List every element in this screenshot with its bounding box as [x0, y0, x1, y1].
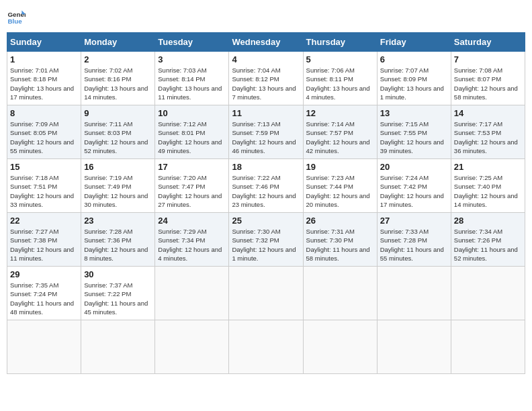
day-number: 12: [306, 108, 374, 118]
calendar-cell: [81, 320, 155, 374]
day-info: Sunrise: 7:20 AMSunset: 7:47 PMDaylight:…: [158, 173, 226, 209]
col-friday: Friday: [377, 33, 451, 52]
calendar-cell: 1Sunrise: 7:01 AMSunset: 8:18 PMDaylight…: [7, 52, 81, 105]
day-info: Sunrise: 7:22 AMSunset: 7:46 PMDaylight:…: [232, 173, 300, 209]
col-monday: Monday: [81, 33, 155, 52]
calendar-cell: [303, 320, 377, 374]
calendar-header: Sunday Monday Tuesday Wednesday Thursday…: [7, 33, 525, 52]
calendar-cell: 19Sunrise: 7:23 AMSunset: 7:44 PMDayligh…: [303, 159, 377, 213]
day-info: Sunrise: 7:30 AMSunset: 7:32 PMDaylight:…: [232, 227, 300, 263]
calendar-cell: [451, 320, 525, 374]
logo-icon: General Blue: [7, 7, 26, 26]
header-row: Sunday Monday Tuesday Wednesday Thursday…: [7, 33, 525, 52]
calendar-cell: [229, 320, 303, 374]
day-number: 17: [158, 162, 226, 172]
calendar-cell: 12Sunrise: 7:14 AMSunset: 7:57 PMDayligh…: [303, 105, 377, 159]
day-info: Sunrise: 7:02 AMSunset: 8:16 PMDaylight:…: [84, 66, 152, 101]
col-thursday: Thursday: [303, 33, 377, 52]
day-number: 8: [10, 108, 78, 118]
calendar-cell: 23Sunrise: 7:28 AMSunset: 7:36 PMDayligh…: [81, 213, 155, 267]
day-number: 19: [306, 162, 374, 172]
day-info: Sunrise: 7:19 AMSunset: 7:49 PMDaylight:…: [84, 173, 152, 209]
day-info: Sunrise: 7:04 AMSunset: 8:12 PMDaylight:…: [232, 66, 300, 101]
day-info: Sunrise: 7:37 AMSunset: 7:22 PMDaylight:…: [84, 281, 152, 316]
day-number: 18: [232, 162, 300, 172]
day-number: 21: [454, 162, 522, 172]
header-area: General Blue: [7, 7, 525, 26]
day-info: Sunrise: 7:34 AMSunset: 7:26 PMDaylight:…: [454, 227, 522, 263]
col-wednesday: Wednesday: [229, 33, 303, 52]
calendar-cell: 3Sunrise: 7:03 AMSunset: 8:14 PMDaylight…: [155, 52, 229, 105]
day-number: 22: [10, 216, 78, 226]
calendar-row: 22Sunrise: 7:27 AMSunset: 7:38 PMDayligh…: [7, 213, 525, 267]
day-info: Sunrise: 7:17 AMSunset: 7:53 PMDaylight:…: [454, 120, 522, 155]
calendar-cell: 29Sunrise: 7:35 AMSunset: 7:24 PMDayligh…: [7, 267, 81, 320]
calendar-cell: [377, 320, 451, 374]
day-info: Sunrise: 7:01 AMSunset: 8:18 PMDaylight:…: [10, 66, 78, 101]
calendar-cell: 10Sunrise: 7:12 AMSunset: 8:01 PMDayligh…: [155, 105, 229, 159]
day-info: Sunrise: 7:09 AMSunset: 8:05 PMDaylight:…: [10, 120, 78, 155]
calendar-table: Sunday Monday Tuesday Wednesday Thursday…: [7, 32, 525, 374]
day-number: 11: [232, 108, 300, 118]
calendar-row: 29Sunrise: 7:35 AMSunset: 7:24 PMDayligh…: [7, 267, 525, 320]
calendar-cell: 22Sunrise: 7:27 AMSunset: 7:38 PMDayligh…: [7, 213, 81, 267]
day-number: 6: [380, 54, 448, 64]
calendar-cell: 17Sunrise: 7:20 AMSunset: 7:47 PMDayligh…: [155, 159, 229, 213]
day-info: Sunrise: 7:27 AMSunset: 7:38 PMDaylight:…: [10, 227, 78, 263]
day-number: 2: [84, 54, 152, 64]
calendar-cell: 5Sunrise: 7:06 AMSunset: 8:11 PMDaylight…: [303, 52, 377, 105]
day-number: 5: [306, 54, 374, 64]
calendar-cell: 15Sunrise: 7:18 AMSunset: 7:51 PMDayligh…: [7, 159, 81, 213]
calendar-cell: 21Sunrise: 7:25 AMSunset: 7:40 PMDayligh…: [451, 159, 525, 213]
day-info: Sunrise: 7:29 AMSunset: 7:34 PMDaylight:…: [158, 227, 226, 263]
day-number: 9: [84, 108, 152, 118]
day-info: Sunrise: 7:07 AMSunset: 8:09 PMDaylight:…: [380, 66, 448, 101]
calendar-cell: 20Sunrise: 7:24 AMSunset: 7:42 PMDayligh…: [377, 159, 451, 213]
calendar-cell: 13Sunrise: 7:15 AMSunset: 7:55 PMDayligh…: [377, 105, 451, 159]
calendar-cell: 24Sunrise: 7:29 AMSunset: 7:34 PMDayligh…: [155, 213, 229, 267]
day-info: Sunrise: 7:31 AMSunset: 7:30 PMDaylight:…: [306, 227, 374, 263]
calendar-cell: 25Sunrise: 7:30 AMSunset: 7:32 PMDayligh…: [229, 213, 303, 267]
day-number: 10: [158, 108, 226, 118]
day-info: Sunrise: 7:18 AMSunset: 7:51 PMDaylight:…: [10, 173, 78, 209]
svg-text:Blue: Blue: [7, 17, 22, 25]
calendar-cell: 14Sunrise: 7:17 AMSunset: 7:53 PMDayligh…: [451, 105, 525, 159]
calendar-cell: 16Sunrise: 7:19 AMSunset: 7:49 PMDayligh…: [81, 159, 155, 213]
calendar-cell: [155, 267, 229, 320]
calendar-cell: 4Sunrise: 7:04 AMSunset: 8:12 PMDaylight…: [229, 52, 303, 105]
day-number: 4: [232, 54, 300, 64]
day-info: Sunrise: 7:14 AMSunset: 7:57 PMDaylight:…: [306, 120, 374, 155]
calendar-cell: [451, 267, 525, 320]
calendar-cell: 30Sunrise: 7:37 AMSunset: 7:22 PMDayligh…: [81, 267, 155, 320]
day-number: 26: [306, 216, 374, 226]
calendar-row: 8Sunrise: 7:09 AMSunset: 8:05 PMDaylight…: [7, 105, 525, 159]
calendar-cell: 6Sunrise: 7:07 AMSunset: 8:09 PMDaylight…: [377, 52, 451, 105]
day-info: Sunrise: 7:33 AMSunset: 7:28 PMDaylight:…: [380, 227, 448, 263]
calendar-cell: 7Sunrise: 7:08 AMSunset: 8:07 PMDaylight…: [451, 52, 525, 105]
day-number: 23: [84, 216, 152, 226]
calendar-cell: 11Sunrise: 7:13 AMSunset: 7:59 PMDayligh…: [229, 105, 303, 159]
day-number: 16: [84, 162, 152, 172]
col-saturday: Saturday: [451, 33, 525, 52]
calendar-row: 15Sunrise: 7:18 AMSunset: 7:51 PMDayligh…: [7, 159, 525, 213]
day-info: Sunrise: 7:03 AMSunset: 8:14 PMDaylight:…: [158, 66, 226, 101]
calendar-cell: 28Sunrise: 7:34 AMSunset: 7:26 PMDayligh…: [451, 213, 525, 267]
day-info: Sunrise: 7:15 AMSunset: 7:55 PMDaylight:…: [380, 120, 448, 155]
day-number: 27: [380, 216, 448, 226]
col-sunday: Sunday: [7, 33, 81, 52]
calendar-cell: 9Sunrise: 7:11 AMSunset: 8:03 PMDaylight…: [81, 105, 155, 159]
day-info: Sunrise: 7:11 AMSunset: 8:03 PMDaylight:…: [84, 120, 152, 155]
day-number: 20: [380, 162, 448, 172]
day-number: 25: [232, 216, 300, 226]
calendar-cell: [303, 267, 377, 320]
calendar-body: 1Sunrise: 7:01 AMSunset: 8:18 PMDaylight…: [7, 52, 525, 374]
day-number: 14: [454, 108, 522, 118]
day-number: 24: [158, 216, 226, 226]
calendar-cell: 2Sunrise: 7:02 AMSunset: 8:16 PMDaylight…: [81, 52, 155, 105]
day-info: Sunrise: 7:24 AMSunset: 7:42 PMDaylight:…: [380, 173, 448, 209]
day-info: Sunrise: 7:12 AMSunset: 8:01 PMDaylight:…: [158, 120, 226, 155]
day-number: 29: [10, 269, 78, 279]
day-number: 28: [454, 216, 522, 226]
day-info: Sunrise: 7:06 AMSunset: 8:11 PMDaylight:…: [306, 66, 374, 101]
day-number: 7: [454, 54, 522, 64]
